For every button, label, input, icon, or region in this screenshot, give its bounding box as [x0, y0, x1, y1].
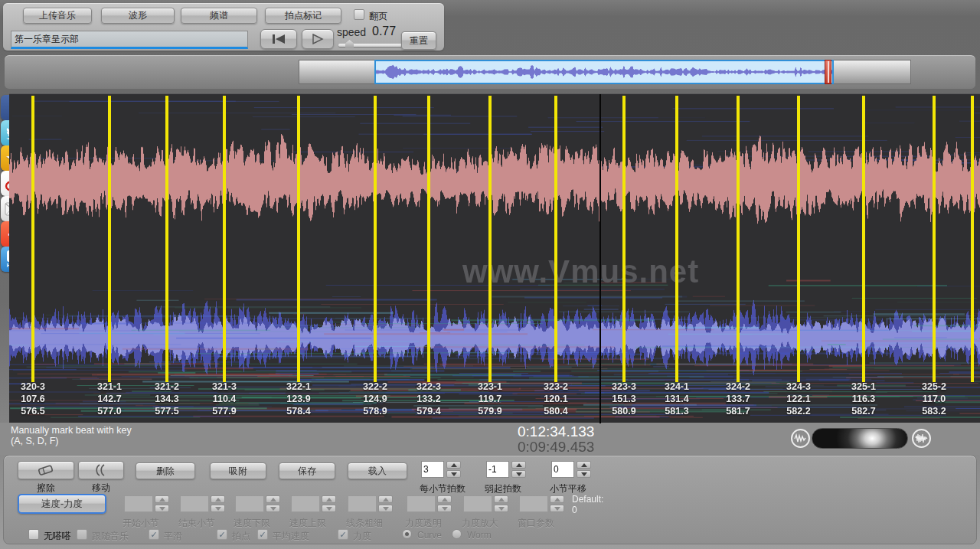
reset-button[interactable]: 重置: [401, 31, 436, 50]
play-button[interactable]: [302, 29, 334, 49]
dynamics-zoom-input[interactable]: [463, 495, 492, 512]
volume-min-icon[interactable]: [791, 429, 810, 448]
skip-to-start-button[interactable]: [260, 29, 297, 49]
beat-marker-line[interactable]: [554, 96, 557, 382]
upload-music-button[interactable]: 上传音乐: [23, 8, 92, 24]
page-turn-checkbox[interactable]: [354, 9, 364, 20]
snap-button[interactable]: 吸附: [210, 462, 266, 479]
overview-position-marker[interactable]: [825, 60, 831, 84]
beat-marker-line[interactable]: [223, 96, 226, 382]
follow-music-label: 跟随音乐: [92, 530, 129, 543]
start-measure-input[interactable]: [124, 495, 153, 512]
end-measure-input[interactable]: [180, 495, 209, 512]
start-measure-stepper[interactable]: [155, 495, 169, 512]
time-display-secondary: 0:09:49.453: [518, 439, 594, 456]
skip-back-icon: [271, 34, 286, 44]
tempo-min-input[interactable]: [235, 495, 264, 512]
tempo-dynamics-button[interactable]: 速度-力度: [18, 494, 106, 514]
avg-tempo-checkbox[interactable]: [257, 529, 268, 540]
window-param-input[interactable]: [519, 495, 548, 512]
overview-selection[interactable]: [374, 60, 834, 84]
dynamics-opacity-stepper[interactable]: [437, 495, 452, 512]
move-button[interactable]: [78, 461, 124, 479]
beat-marker-line[interactable]: [862, 96, 865, 382]
beat-marker-line[interactable]: [108, 96, 111, 382]
beat-marker-line[interactable]: [933, 96, 936, 382]
beat-marker-line[interactable]: [797, 96, 800, 382]
window-param-stepper[interactable]: [550, 495, 564, 512]
beat-label: 324-1131.4581.3: [665, 381, 689, 417]
beat-label: 321-1142.7577.0: [97, 381, 122, 417]
tempo-min-stepper[interactable]: [266, 495, 280, 512]
erase-button[interactable]: [18, 461, 74, 479]
beat-label: 324-2133.7581.7: [726, 381, 750, 417]
beat-label: 321-2134.3577.5: [155, 381, 179, 417]
line-thickness-label: 线条粗细: [346, 517, 383, 530]
follow-music-checkbox[interactable]: [77, 529, 87, 540]
volume-slider[interactable]: [812, 428, 908, 449]
line-thickness-input[interactable]: [348, 495, 377, 512]
beat-label: 325-2117.0583.2: [922, 381, 946, 417]
small-wave-glyph: [794, 433, 807, 443]
eraser-icon: [37, 464, 55, 476]
beat-label: 322-3133.2579.4: [416, 381, 441, 417]
speed-label: speed: [337, 26, 366, 38]
default-value: 0: [572, 505, 577, 515]
dynamics-checkbox[interactable]: [338, 529, 348, 540]
waveform-button[interactable]: 波形: [101, 8, 175, 24]
speed-slider-thumb[interactable]: [345, 40, 354, 48]
waveform-panel[interactable]: www.Vmus.net 320-3107.6576.5321-1142.757…: [9, 93, 980, 425]
beat-points-checkbox[interactable]: [217, 529, 227, 540]
measure-shift-input[interactable]: [551, 461, 574, 478]
save-button[interactable]: 保存: [279, 462, 335, 479]
no-click-label: 无嗒嗒: [44, 530, 71, 543]
beat-marker-line[interactable]: [971, 96, 974, 382]
beat-marker-line[interactable]: [165, 96, 168, 382]
beat-marker-line[interactable]: [622, 96, 626, 382]
default-label: Default:: [572, 494, 603, 505]
smooth-checkbox[interactable]: [149, 529, 159, 540]
beat-label: 321-3110.4577.9: [212, 381, 237, 417]
beat-label: 323-1119.7579.9: [478, 381, 502, 417]
beat-marker-line[interactable]: [488, 96, 492, 382]
beat-marker-line[interactable]: [427, 96, 430, 382]
dynamics-zoom-stepper[interactable]: [494, 495, 508, 512]
beat-mark-button[interactable]: 拍点标记: [265, 8, 341, 24]
tempo-max-label: 速度上限: [289, 517, 326, 530]
measure-shift-stepper[interactable]: [577, 461, 591, 478]
tempo-min-label: 速度下限: [234, 517, 270, 530]
title-input[interactable]: [11, 31, 248, 49]
beat-marker-line[interactable]: [374, 96, 377, 382]
pickup-beats-input[interactable]: [486, 461, 509, 478]
beat-label: 323-3151.3580.9: [612, 381, 636, 417]
spectrum-button[interactable]: 频谱: [181, 8, 257, 24]
dynamics-opacity-input[interactable]: [407, 495, 436, 512]
pickup-beats-stepper[interactable]: [511, 461, 526, 478]
beat-marker-line[interactable]: [737, 96, 740, 382]
beat-marker-line[interactable]: [297, 96, 300, 382]
load-button[interactable]: 载入: [348, 462, 407, 479]
no-click-checkbox[interactable]: [28, 529, 39, 540]
tempo-max-input[interactable]: [291, 495, 320, 512]
worm-radio[interactable]: [452, 529, 462, 539]
beat-marker-line[interactable]: [675, 96, 678, 382]
beat-label: 323-2120.1580.4: [544, 381, 568, 417]
overview-strip: [5, 55, 975, 89]
overview-waveform-bar[interactable]: [299, 60, 911, 84]
start-measure-label: 开始小节: [122, 517, 159, 530]
beats-per-measure-stepper[interactable]: [446, 461, 461, 478]
beat-points-label: 拍点: [232, 530, 250, 543]
volume-max-icon[interactable]: [912, 429, 931, 448]
delete-button[interactable]: 删除: [136, 462, 195, 479]
beat-marker-line[interactable]: [31, 96, 34, 382]
page-turn-label: 翻页: [369, 10, 387, 23]
hint-text-line1: Manually mark beat with key: [11, 425, 132, 436]
time-display-primary: 0:12:34.133: [518, 423, 594, 440]
line-thickness-stepper[interactable]: [378, 495, 393, 512]
top-toolbar: 上传音乐 波形 频谱 拍点标记 翻页 speed 0.77 重置: [3, 3, 444, 51]
curve-radio[interactable]: [402, 529, 412, 539]
end-measure-stepper[interactable]: [211, 495, 225, 512]
tempo-max-stepper[interactable]: [322, 495, 336, 512]
beats-per-measure-input[interactable]: [421, 461, 444, 478]
avg-tempo-label: 平均速度: [273, 530, 309, 543]
